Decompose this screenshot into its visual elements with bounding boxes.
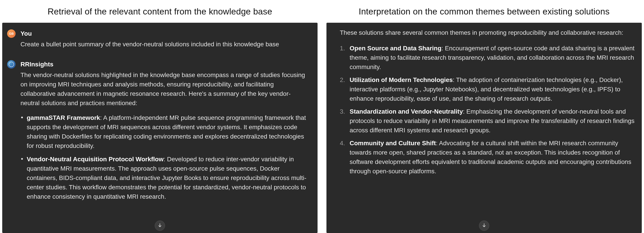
left-column-title: Retrieval of the relevant content from t… [2, 2, 318, 23]
page-root: Retrieval of the relevant content from t… [0, 0, 644, 233]
list-item: Open Source and Data Sharing: Encouragem… [340, 44, 635, 72]
arrow-down-icon [158, 221, 162, 230]
scroll-down-button[interactable] [479, 220, 489, 231]
theme-title: Community and Culture Shift [350, 140, 436, 146]
user-avatar: GB [7, 30, 16, 38]
themes-intro-text: These solutions share several common the… [340, 28, 635, 38]
right-column-title: Interpretation on the common themes betw… [326, 2, 642, 23]
user-prompt-text: Create a bullet point summary of the ven… [20, 40, 310, 49]
bullet-title: gammaSTAR Framework [27, 114, 100, 121]
theme-title: Standardization and Vendor-Neutrality [350, 108, 463, 115]
list-item: Standardization and Vendor-Neutrality: E… [340, 107, 635, 135]
right-column: Interpretation on the common themes betw… [326, 2, 642, 233]
user-message: GB You Create a bullet point summary of … [7, 29, 310, 49]
list-item: Vendor-Neutral Acquisition Protocol Work… [20, 154, 310, 201]
bot-avatar [7, 60, 16, 68]
user-message-body: You Create a bullet point summary of the… [20, 29, 310, 49]
bot-message-body: RRInsights The vendor-neutral solutions … [20, 60, 310, 206]
left-column: Retrieval of the relevant content from t… [2, 2, 318, 233]
right-chat-panel: These solutions share several common the… [326, 23, 642, 233]
theme-title: Utilization of Modern Technologies [350, 76, 453, 83]
theme-title: Open Source and Data Sharing [350, 45, 441, 52]
left-chat-panel: GB You Create a bullet point summary of … [2, 23, 318, 233]
themes-ordered-list: Open Source and Data Sharing: Encouragem… [340, 44, 635, 176]
scroll-down-button[interactable] [155, 220, 165, 231]
user-name: You [20, 29, 310, 38]
arrow-down-icon [482, 221, 486, 230]
list-item: gammaSTAR Framework: A platform-independ… [20, 113, 310, 150]
bot-intro-text: The vendor-neutral solutions highlighted… [20, 70, 310, 108]
bot-name: RRInsights [20, 60, 310, 69]
bullet-title: Vendor-Neutral Acquisition Protocol Work… [27, 156, 164, 162]
bot-bullet-list: gammaSTAR Framework: A platform-independ… [20, 113, 310, 201]
list-item: Utilization of Modern Technologies: The … [340, 75, 635, 103]
list-item: Community and Culture Shift: Advocating … [340, 138, 635, 176]
bot-message: RRInsights The vendor-neutral solutions … [7, 60, 310, 206]
